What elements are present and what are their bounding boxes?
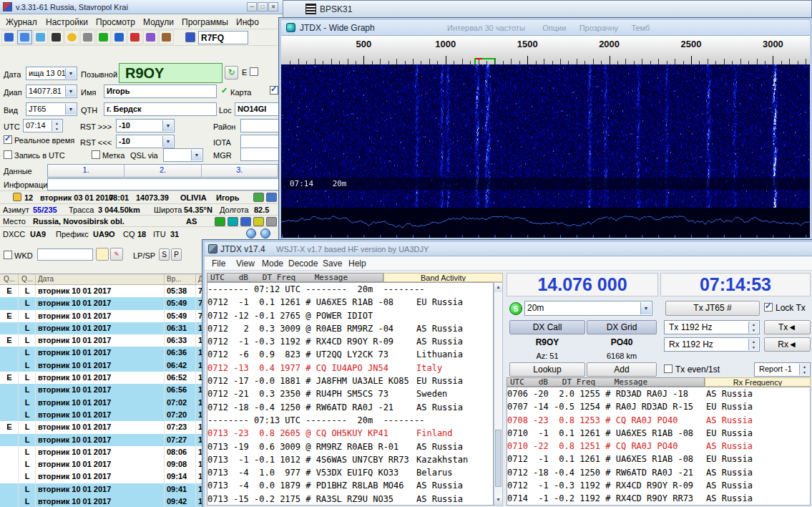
report-spinner[interactable]: Report -1▲▼ (754, 362, 811, 377)
metka-checkbox[interactable] (92, 150, 100, 159)
locator-input[interactable]: NO14GI (235, 102, 279, 116)
dx-call-header[interactable]: DX Call (509, 320, 585, 334)
decoded-message[interactable]: 0708 -23 0.8 1253 # CQ RA0J PO40AS Russi… (507, 414, 810, 427)
palette-button[interactable] (143, 30, 158, 44)
map-checkbox[interactable] (270, 86, 278, 95)
pencil-icon[interactable]: ✎ (110, 248, 123, 261)
menu-file[interactable]: File (212, 259, 225, 269)
decoded-message[interactable]: 0713 -15 -0.2 2175 # RA3SL RZ9U NO35AS R… (207, 493, 493, 506)
lock-tx-checkbox[interactable] (764, 303, 773, 312)
info-icon[interactable] (266, 217, 277, 226)
sun-button[interactable] (64, 30, 79, 44)
menu-info[interactable]: Инфо (236, 17, 259, 27)
band-combo[interactable]: 14077.81▼ (26, 84, 77, 98)
iota-input[interactable] (240, 135, 279, 148)
rx-frequency-list[interactable]: 0706 -20 2.0 1255 # RD3AD RA0J -18AS Rus… (507, 387, 811, 506)
name-input[interactable]: Игорь (104, 84, 217, 98)
quick-callsign-input[interactable]: R7FQ (198, 31, 248, 44)
speaker-button[interactable] (80, 30, 95, 44)
globe-icon[interactable] (260, 228, 270, 238)
menu-prosmotr[interactable]: Просмотр (96, 17, 135, 27)
decoded-message[interactable]: 0707 -14 -0.5 1254 # RA0J RD3AD R-15EU R… (507, 400, 810, 413)
decoded-message[interactable]: 0712 -6 0.9 823 # UT2QQ LY2CK 73Lithuani… (207, 348, 493, 361)
decoded-message[interactable]: 0712 -18 -0.4 1250 # RW6ATD RA0J -21AS R… (507, 466, 810, 479)
qth-input[interactable]: г. Бердск (104, 102, 217, 116)
rx-freq-spinner[interactable]: Rx 1192 Hz▲▼ (664, 337, 760, 352)
rx-tx-frequency-marker[interactable] (474, 58, 496, 64)
forward-button[interactable] (112, 30, 127, 44)
wkd-checkbox[interactable] (4, 251, 12, 259)
dx-call-value[interactable]: R9OY (509, 337, 585, 347)
decoded-message[interactable]: 0706 -20 2.0 1255 # RD3AD RA0J -18AS Rus… (507, 387, 810, 400)
decoded-message[interactable]: 0714 -1 -0.2 1192 # RX4CD R9OY RR73AS Ru… (507, 492, 810, 505)
menu-zhurnal[interactable]: Журнал (6, 17, 37, 27)
tx-set-button[interactable]: Tx◄ (764, 320, 811, 334)
sun-icon[interactable] (253, 217, 264, 226)
scrollbar-thumb[interactable] (495, 430, 502, 487)
tx-even-checkbox[interactable] (664, 364, 672, 373)
decoded-message[interactable]: 0712 -21 0.3 2350 # RU4PH SM5CS 73Sweden (207, 387, 493, 400)
data-button-1[interactable]: 1. (48, 165, 124, 177)
qsl-via-combo[interactable]: ▼ (163, 148, 203, 162)
jtdx-titlebar[interactable]: JTDX v17.4 WSJT-X v1.7 based HF version … (205, 242, 812, 256)
record-utc-checkbox[interactable] (4, 150, 12, 159)
decoded-message[interactable]: 0713 -1 -0.1 1012 # 4S6WAS UN7CBY RR73Ka… (207, 453, 493, 466)
mgr-input[interactable] (240, 148, 279, 161)
tx-freq-spinner[interactable]: Tx 1192 Hz▲▼ (664, 320, 760, 334)
decoded-message[interactable]: 0712 -1 0.1 1261 # UA6XES R1AB -08EU Rus… (207, 296, 493, 309)
tx-mode-button[interactable]: Tx JT65 # (665, 301, 760, 316)
decoded-message[interactable]: 0712 -1 0.1 1261 # UA6XES R1AB -08EU Rus… (507, 453, 810, 465)
decoded-message[interactable]: 0713 -19 0.6 3009 @ RM9RZ R0AEB R-01AS R… (207, 440, 493, 453)
waterfall-canvas[interactable] (281, 64, 810, 208)
decode-period-separator[interactable]: -------- 07:13 UTC -------- 20m -------- (207, 414, 493, 427)
decoded-message[interactable]: 0712 -17 -0.0 1881 # JA8FHM UA3ALE KO85E… (207, 375, 493, 387)
add-button[interactable]: Add (587, 362, 657, 377)
scroll-down-icon[interactable]: ▼ (494, 496, 502, 505)
menu-save[interactable]: Save (323, 259, 342, 269)
play-button[interactable] (96, 30, 111, 44)
maximize-button[interactable]: □ (258, 2, 268, 11)
menu-mode[interactable]: Mode (262, 259, 283, 269)
menu-view[interactable]: View (236, 259, 255, 269)
flag-icon[interactable] (240, 217, 251, 226)
mode-combo[interactable]: JT65▼ (26, 102, 77, 116)
cluster-button[interactable] (33, 30, 48, 44)
decoded-message[interactable]: 0712 -1 -0.3 1192 # RX4CD R9OY R-09AS Ru… (207, 335, 493, 348)
menu-decode[interactable]: Decode (288, 259, 318, 269)
rx-frequency-columns[interactable]: UTC dB DT Freq Message (507, 377, 705, 387)
menu-moduli[interactable]: Модули (143, 17, 174, 27)
data-button-2[interactable]: 2. (124, 165, 201, 177)
note-icon[interactable] (266, 193, 277, 202)
decoded-message[interactable]: 0713 -4 0.0 1879 # PD1BHZ R8LAB MO46AS R… (207, 479, 493, 492)
decoded-message[interactable]: 0713 -4 1.0 977 # V53DX EU1FQ KO33Belaru… (207, 466, 493, 479)
band-activity-scrollbar[interactable]: ▲ ▼ (494, 282, 503, 506)
chart-icon[interactable] (228, 217, 238, 226)
rst-sent-combo[interactable]: -10▼ (116, 119, 175, 132)
minimize-button[interactable]: ─ (247, 2, 257, 11)
decoded-message[interactable]: 0712 -18 -0.4 1250 # RW6ATD RA0J -21AS R… (207, 401, 493, 414)
rx-set-button[interactable]: Rx◄ (764, 337, 811, 352)
logbook-button[interactable] (17, 30, 32, 44)
decoded-message[interactable]: 0712 -12 -0.1 2765 @ POWER IDIOT (207, 309, 493, 322)
long-path-button[interactable]: P (171, 248, 182, 261)
decoded-message[interactable]: 0710 -1 0.1 1261 # UA6XES R1AB -08EU Rus… (507, 427, 810, 440)
menu-help[interactable]: Help (348, 259, 366, 269)
dx-grid-value[interactable]: PO40 (587, 337, 657, 347)
utc-spinner[interactable]: 07:14▲▼ (23, 119, 63, 132)
calendar-icon[interactable] (96, 248, 109, 261)
short-path-button[interactable]: S (159, 248, 170, 261)
close-button[interactable]: ✕ (268, 2, 278, 11)
frequency-scale[interactable]: 50010001500200025003000 (281, 36, 810, 64)
decode-period-separator[interactable]: -------- 07:12 UTC -------- 20m -------- (207, 283, 493, 296)
lookup-button[interactable]: Lookup (509, 362, 585, 377)
callsign-input[interactable]: R9OY (119, 63, 222, 83)
decoded-message[interactable]: 0712 2 0.3 3009 @ R0AEB RM9RZ -04AS Russ… (207, 322, 493, 335)
menu-nastroyki[interactable]: Настройки (46, 17, 88, 27)
band-activity-list[interactable]: -------- 07:12 UTC -------- 20m --------… (207, 282, 494, 506)
spectrum-canvas[interactable] (281, 208, 810, 238)
refresh-callsign-button[interactable]: ↻ (225, 66, 238, 79)
widegraph-titlebar[interactable]: JTDX - Wide Graph Интервал 30 частоты Оп… (281, 20, 810, 36)
band-select[interactable]: 20m▼ (524, 301, 652, 316)
globe-icon[interactable] (246, 228, 256, 238)
date-combo[interactable]: ища 13 01 2▼ (26, 67, 77, 80)
